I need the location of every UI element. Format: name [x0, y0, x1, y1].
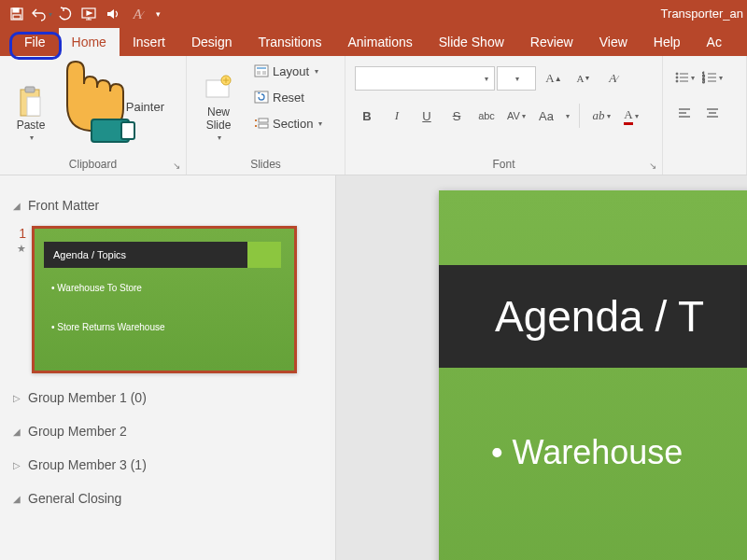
- new-slide-button[interactable]: New Slide▾: [192, 60, 245, 142]
- tab-review[interactable]: Review: [517, 28, 586, 56]
- section-label: Group Member 1 (0): [28, 390, 147, 405]
- section-group-2[interactable]: ◢Group Member 2: [13, 414, 322, 448]
- section-label: Group Member 2: [28, 424, 127, 439]
- section-label: Group Member 3 (1): [28, 457, 147, 472]
- section-front-matter[interactable]: ◢Front Matter: [13, 189, 322, 222]
- chevron-down-icon[interactable]: ▾: [49, 10, 52, 19]
- tab-extra[interactable]: Ac: [694, 28, 735, 56]
- group-slides: New Slide▾ Layout▾ Reset Section▾ Slides: [187, 56, 345, 175]
- undo-icon[interactable]: ▾: [30, 3, 52, 25]
- slide-thumb-1[interactable]: 1 ★ Agenda / Topics • Warehouse To Store…: [13, 226, 322, 373]
- underline-button[interactable]: U: [415, 104, 439, 128]
- chevron-down-icon[interactable]: ▾: [515, 75, 519, 83]
- chevron-down-icon[interactable]: ▾: [522, 112, 526, 120]
- chevron-down-icon[interactable]: ▾: [719, 74, 723, 82]
- layout-icon: [254, 63, 269, 78]
- tab-design[interactable]: Design: [178, 28, 246, 56]
- format-painter-button[interactable]: Format Painter: [62, 95, 168, 118]
- section-group-3[interactable]: ▷Group Member 3 (1): [13, 448, 322, 482]
- triangle-down-icon: ◢: [13, 427, 21, 437]
- tab-help[interactable]: Help: [641, 28, 694, 56]
- clear-formatting-icon[interactable]: A⁄: [127, 3, 149, 25]
- group-label-clipboard: Clipboard↘: [6, 155, 180, 175]
- font-size-combo[interactable]: ▾: [497, 66, 536, 91]
- group-label-font: Font↘: [351, 155, 656, 175]
- slide-thumbnail[interactable]: Agenda / Topics • Warehouse To Store • S…: [32, 226, 297, 373]
- strike-button[interactable]: S: [444, 104, 469, 128]
- font-name-combo[interactable]: ▾: [355, 66, 495, 91]
- group-label-slides: Slides: [192, 155, 339, 175]
- decrease-font-icon[interactable]: A▼: [571, 66, 596, 91]
- redo-icon[interactable]: [54, 3, 77, 25]
- font-color-button[interactable]: A▾: [619, 104, 643, 128]
- main-area: ◢Front Matter 1 ★ Agenda / Topics • Ware…: [0, 175, 747, 560]
- chevron-down-icon[interactable]: ▾: [485, 75, 488, 83]
- tab-insert[interactable]: Insert: [120, 28, 178, 56]
- tab-slideshow[interactable]: Slide Show: [426, 28, 517, 56]
- thumb-accent: [247, 242, 281, 268]
- tab-file[interactable]: File: [11, 28, 59, 56]
- triangle-right-icon: ▷: [13, 460, 21, 470]
- chevron-down-icon[interactable]: ▾: [30, 133, 34, 142]
- chevron-down-icon[interactable]: ▾: [566, 112, 570, 120]
- char-spacing-button[interactable]: AV▾: [504, 104, 529, 128]
- align-center-button[interactable]: [700, 101, 725, 125]
- section-group-1[interactable]: ▷Group Member 1 (0): [13, 381, 322, 414]
- chevron-down-icon[interactable]: ▾: [315, 67, 318, 76]
- start-show-icon[interactable]: [78, 3, 101, 25]
- svg-rect-17: [255, 119, 257, 121]
- triangle-down-icon: ◢: [13, 201, 21, 211]
- text-shadow-button[interactable]: abc: [474, 104, 499, 128]
- paintbrush-icon: [65, 99, 80, 114]
- qat-more-icon[interactable]: ▾: [151, 3, 164, 25]
- tab-view[interactable]: View: [586, 28, 641, 56]
- align-left-button[interactable]: [672, 101, 697, 125]
- bold-button[interactable]: B: [355, 104, 379, 128]
- triangle-down-icon: ◢: [13, 494, 21, 504]
- svg-rect-12: [257, 71, 261, 75]
- volume-icon[interactable]: [103, 3, 125, 25]
- ribbon: Paste ▾ Format Painter Clipboard↘ New Sl…: [0, 56, 747, 175]
- highlight-color-button[interactable]: ab▾: [589, 104, 613, 128]
- svg-rect-6: [27, 97, 40, 116]
- slide-canvas[interactable]: Agenda / T • Warehouse: [336, 175, 747, 560]
- title-bar: ▾ A⁄ ▾ Transporter_an: [0, 0, 747, 28]
- change-case-button[interactable]: Aa: [534, 104, 558, 128]
- ribbon-tabstrip: File Home Insert Design Transitions Anim…: [0, 28, 747, 56]
- chevron-down-icon[interactable]: ▾: [218, 133, 221, 142]
- svg-rect-13: [262, 71, 266, 75]
- svg-point-23: [676, 80, 678, 82]
- layout-button[interactable]: Layout▾: [250, 60, 326, 82]
- slide-1[interactable]: Agenda / T • Warehouse: [439, 190, 747, 560]
- chevron-down-icon[interactable]: ▾: [318, 119, 322, 128]
- reset-button[interactable]: Reset: [250, 86, 326, 108]
- chevron-down-icon[interactable]: ▾: [635, 112, 639, 120]
- italic-button[interactable]: I: [385, 104, 409, 128]
- tab-animations[interactable]: Animations: [334, 28, 425, 56]
- reset-icon: [254, 90, 269, 105]
- section-general-closing[interactable]: ◢General Closing: [13, 482, 322, 515]
- thumb-title: Agenda / Topics: [44, 242, 247, 268]
- dialog-launcher-icon[interactable]: ↘: [173, 161, 180, 171]
- reset-label: Reset: [273, 91, 304, 105]
- numbering-button[interactable]: 123▾: [700, 65, 725, 90]
- slide-title[interactable]: Agenda / T: [439, 265, 747, 368]
- section-button[interactable]: Section▾: [250, 112, 326, 134]
- dialog-launcher-icon[interactable]: ↘: [649, 161, 656, 171]
- chevron-down-icon[interactable]: ▾: [607, 112, 611, 120]
- paste-label: Paste: [17, 119, 46, 132]
- group-font: ▾ ▾ A▲ A▼ A⁄ B I U S abc AV▾ Aa▾ ab▾ A▾ …: [345, 56, 663, 175]
- bullets-button[interactable]: ▾: [672, 65, 697, 90]
- chevron-down-icon[interactable]: ▾: [691, 74, 695, 82]
- tab-home[interactable]: Home: [59, 28, 120, 56]
- format-painter-label: Format Painter: [84, 100, 164, 114]
- tab-transitions[interactable]: Transitions: [246, 28, 335, 56]
- outline-pane[interactable]: ◢Front Matter 1 ★ Agenda / Topics • Ware…: [0, 175, 336, 560]
- svg-text:3: 3: [702, 78, 705, 84]
- save-icon[interactable]: [6, 3, 28, 25]
- increase-font-icon[interactable]: A▲: [542, 66, 566, 91]
- paste-button[interactable]: Paste ▾: [6, 60, 56, 142]
- slide-bullet-1[interactable]: • Warehouse: [491, 433, 683, 472]
- svg-rect-1: [13, 8, 19, 12]
- clear-formatting-icon[interactable]: A⁄: [601, 66, 626, 91]
